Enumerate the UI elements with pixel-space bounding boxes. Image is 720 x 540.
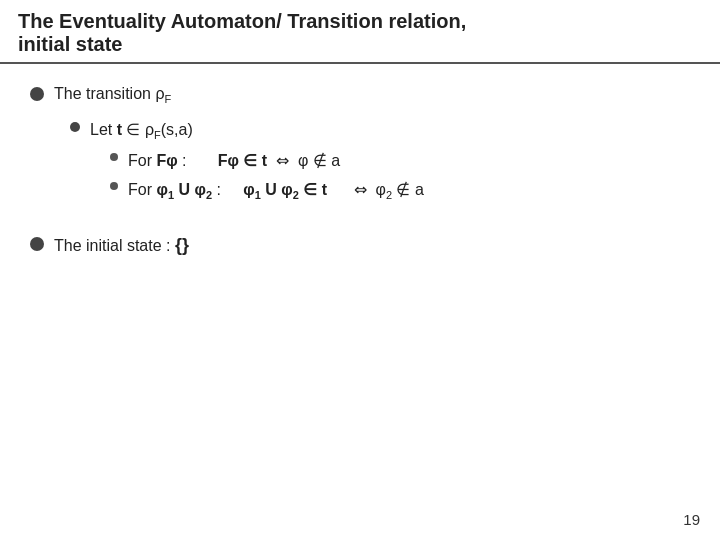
bullet-for-until: For φ1 U φ2 : φ1 U φ2 ∈ t ⇔ φ2 ∉ a xyxy=(110,178,690,204)
for-fphi-label: For Fφ : Fφ ∈ t ⇔ φ ∉ a xyxy=(128,149,340,173)
page-number: 19 xyxy=(683,511,700,528)
initial-state-label: The initial state : {} xyxy=(54,232,189,259)
header-line2: initial state xyxy=(18,33,702,56)
for-until-label: For φ1 U φ2 : φ1 U φ2 ∈ t ⇔ φ2 ∉ a xyxy=(128,178,424,204)
bullet-marker-3a xyxy=(110,153,118,161)
header-title-bold: The Eventuality Automaton/ xyxy=(18,10,282,32)
bullet-let: Let t ∈ ρF(s,a) xyxy=(70,118,690,144)
bullet-marker-initial xyxy=(30,237,44,251)
main-content: The transition ρF Let t ∈ ρF(s,a) For Fφ… xyxy=(0,64,720,287)
transition-label: The transition ρF xyxy=(54,82,171,108)
slide-header: The Eventuality Automaton/ Transition re… xyxy=(0,0,720,64)
bullet-marker-2 xyxy=(70,122,80,132)
bullet-initial-state: The initial state : {} xyxy=(30,232,690,259)
let-label: Let t ∈ ρF(s,a) xyxy=(90,118,193,144)
bullet-marker-1 xyxy=(30,87,44,101)
bullet-marker-3b xyxy=(110,182,118,190)
bullet-for-fphi: For Fφ : Fφ ∈ t ⇔ φ ∉ a xyxy=(110,149,690,173)
bullet-transition: The transition ρF xyxy=(30,82,690,108)
header-title-normal: Transition relation, xyxy=(282,10,466,32)
